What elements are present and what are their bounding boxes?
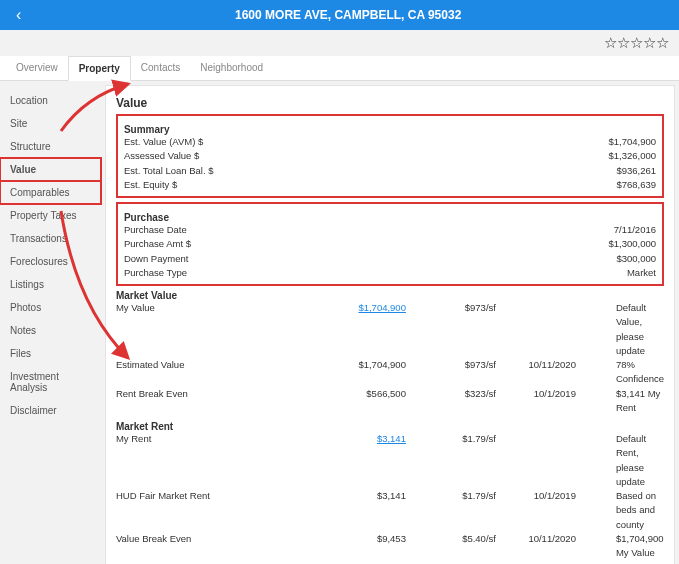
date: 10/11/2020 [496,358,576,387]
label: Purchase Amt $ [124,237,324,251]
tab-property[interactable]: Property [68,56,131,81]
page-title: 1600 MORE AVE, CAMPBELL, CA 95032 [27,8,669,22]
value: $936,261 [566,164,656,178]
value: $768,639 [566,178,656,192]
label: Estimated Value [116,358,316,387]
sidebar-value[interactable]: Value [0,158,101,181]
value: Market [566,266,656,280]
sidebar-transactions[interactable]: Transactions [0,227,101,250]
label: Est. Total Loan Bal. $ [124,164,324,178]
summary-box: Summary Est. Value (AVM) $$1,704,900Asse… [116,114,664,198]
value-link[interactable]: $1,704,900 [358,302,406,313]
sidebar-disclaimer[interactable]: Disclaimer [0,399,101,422]
summary-heading: Summary [124,124,656,135]
value-link[interactable]: $3,141 [377,433,406,444]
date: 10/11/2020 [496,532,576,561]
note: Default Rent, please update [576,432,664,489]
val: $9,453 [316,532,406,561]
note: 78% Confidence [576,358,664,387]
val: $3,141 [316,489,406,532]
sidebar-comparables[interactable]: Comparables [0,181,101,204]
label: Value Break Even [116,532,316,561]
main-tabs: Overview Property Contacts Neighborhood [0,56,679,81]
note: $1,704,900 My Value [576,532,664,561]
label: Rent Break Even [116,387,316,416]
note: Default Value, please update [576,301,664,358]
sidebar-taxes[interactable]: Property Taxes [0,204,101,227]
sidebar-listings[interactable]: Listings [0,273,101,296]
per-sf: $973/sf [406,358,496,387]
label: Est. Value (AVM) $ [124,135,324,149]
value: $1,704,900 [566,135,656,149]
per-sf: $5.40/sf [406,532,496,561]
per-sf: $973/sf [406,301,496,358]
tab-neighborhood[interactable]: Neighborhood [190,56,273,80]
rating-stars[interactable]: ☆☆☆☆☆ [0,30,679,56]
main-panel: Value Summary Est. Value (AVM) $$1,704,9… [105,85,675,564]
val: $1,704,900 [316,301,406,358]
value: 7/11/2016 [566,223,656,237]
date: 10/1/2019 [496,489,576,532]
label: Purchase Type [124,266,324,280]
note: Based on beds and county [576,489,664,532]
label: Down Payment [124,252,324,266]
tab-overview[interactable]: Overview [6,56,68,80]
mv-heading: Market Value [116,290,664,301]
value: $1,326,000 [566,149,656,163]
purchase-box: Purchase Purchase Date7/11/2016Purchase … [116,202,664,286]
mr-heading: Market Rent [116,421,664,432]
per-sf: $323/sf [406,387,496,416]
tab-contacts[interactable]: Contacts [131,56,190,80]
val: $1,704,900 [316,358,406,387]
sidebar-investment[interactable]: Investment Analysis [0,365,101,399]
val: $3,141 [316,432,406,489]
label: HUD Fair Market Rent [116,489,316,532]
per-sf: $1.79/sf [406,489,496,532]
date [496,301,576,358]
val: $566,500 [316,387,406,416]
sidebar: Location Site Structure Value Comparable… [0,81,101,564]
value: $1,300,000 [566,237,656,251]
sidebar-structure[interactable]: Structure [0,135,101,158]
label: My Rent [116,432,316,489]
value-section-title: Value [116,96,664,110]
label: Assessed Value $ [124,149,324,163]
sidebar-photos[interactable]: Photos [0,296,101,319]
label: Purchase Date [124,223,324,237]
date: 10/1/2019 [496,387,576,416]
label: Est. Equity $ [124,178,324,192]
label: My Value [116,301,316,358]
value: $300,000 [566,252,656,266]
note: $3,141 My Rent [576,387,664,416]
sidebar-notes[interactable]: Notes [0,319,101,342]
per-sf: $1.79/sf [406,432,496,489]
sidebar-foreclosures[interactable]: Foreclosures [0,250,101,273]
sidebar-files[interactable]: Files [0,342,101,365]
purchase-heading: Purchase [124,212,656,223]
date [496,432,576,489]
sidebar-location[interactable]: Location [0,89,101,112]
sidebar-site[interactable]: Site [0,112,101,135]
back-button[interactable]: ‹ [10,6,27,24]
